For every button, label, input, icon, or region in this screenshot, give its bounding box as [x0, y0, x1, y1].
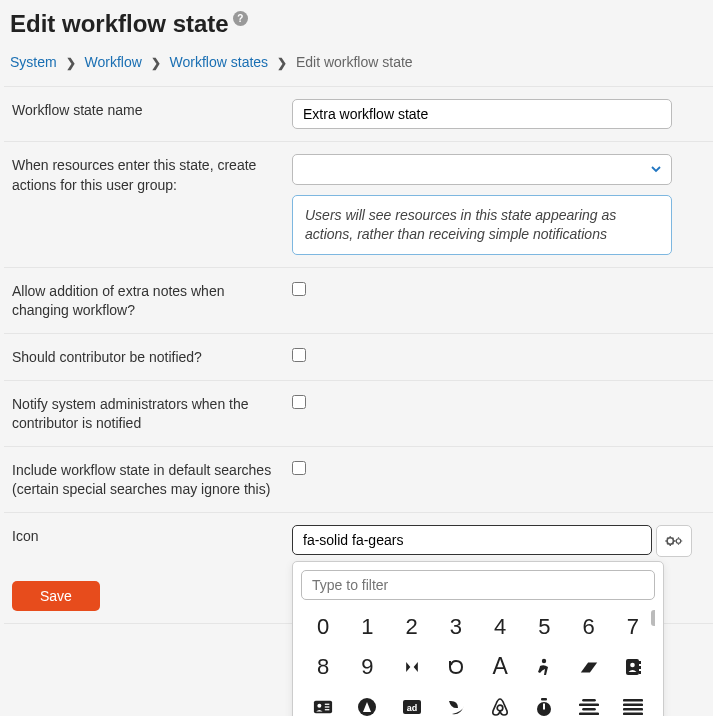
- swoosh-icon: [579, 657, 599, 677]
- breadcrumb-workflow-states[interactable]: Workflow states: [170, 54, 269, 70]
- chevron-right-icon: ❯: [151, 56, 161, 70]
- icon-option-2[interactable]: 2: [390, 608, 434, 646]
- svg-text:ad: ad: [406, 703, 417, 713]
- icon-option-accessible[interactable]: [522, 648, 566, 686]
- icon-option-stopwatch[interactable]: [522, 688, 566, 716]
- user-group-hint: Users will see resources in this state a…: [292, 195, 672, 255]
- group-icon: [402, 657, 422, 677]
- svg-point-0: [667, 538, 673, 544]
- notify-contributor-checkbox[interactable]: [292, 348, 306, 362]
- icon-option-address-card[interactable]: [301, 688, 345, 716]
- icon-option-affiliatetheme[interactable]: [434, 688, 478, 716]
- svg-line-7: [667, 543, 668, 544]
- svg-line-5: [667, 538, 668, 539]
- stopwatch-icon: [534, 697, 554, 716]
- leaf-swoosh-icon: [446, 697, 466, 716]
- gears-icon: [665, 534, 683, 548]
- svg-line-8: [673, 538, 674, 539]
- icon-option-1[interactable]: 1: [345, 608, 389, 646]
- icon-option-6[interactable]: 6: [567, 608, 611, 646]
- breadcrumb-current: Edit workflow state: [296, 54, 413, 70]
- icon-option-7[interactable]: 7: [611, 608, 655, 646]
- icon-picker-popup: 0 1 2 3 4 5 6 7 8 9: [292, 561, 664, 716]
- svg-point-28: [497, 705, 503, 711]
- page-title: Edit workflow state ?: [4, 10, 713, 50]
- label-user-group: When resources enter this state, create …: [12, 154, 292, 255]
- align-center-icon: [579, 697, 599, 716]
- breadcrumb-system[interactable]: System: [10, 54, 57, 70]
- address-book-icon: [623, 657, 643, 677]
- icon-option-500px[interactable]: [434, 648, 478, 686]
- icon-option-adn[interactable]: [345, 688, 389, 716]
- icon-option-align-center[interactable]: [567, 688, 611, 716]
- label-notify-admins: Notify system administrators when the co…: [12, 393, 292, 434]
- svg-point-9: [676, 539, 681, 544]
- icon-option-accusoft[interactable]: [567, 648, 611, 686]
- adn-icon: [357, 697, 377, 716]
- chevron-right-icon: ❯: [66, 56, 76, 70]
- chevron-right-icon: ❯: [277, 56, 287, 70]
- breadcrumb: System ❯ Workflow ❯ Workflow states ❯ Ed…: [4, 50, 713, 86]
- loop-icon: [446, 657, 466, 677]
- svg-rect-29: [541, 698, 547, 701]
- help-icon[interactable]: ?: [233, 11, 248, 26]
- icon-option-address-book[interactable]: [611, 648, 655, 686]
- icon-option-4[interactable]: 4: [478, 608, 522, 646]
- icon-picker-button[interactable]: [656, 525, 692, 557]
- save-button[interactable]: Save: [12, 581, 100, 611]
- wheelchair-motion-icon: [534, 657, 554, 677]
- svg-rect-31: [543, 703, 545, 709]
- label-icon: Icon: [12, 525, 292, 557]
- icon-filter-input[interactable]: [301, 570, 655, 600]
- align-justify-icon: [623, 697, 643, 716]
- airbnb-icon: [490, 697, 510, 716]
- icon-option-align-justify[interactable]: [611, 688, 655, 716]
- notify-admins-checkbox[interactable]: [292, 395, 306, 409]
- allow-notes-checkbox[interactable]: [292, 282, 306, 296]
- icon-option-0[interactable]: 0: [301, 608, 345, 646]
- scrollbar-thumb[interactable]: [651, 610, 655, 626]
- svg-point-16: [630, 663, 635, 668]
- icon-option-airbnb[interactable]: [478, 688, 522, 716]
- label-allow-notes: Allow addition of extra notes when chang…: [12, 280, 292, 321]
- icon-input[interactable]: [292, 525, 652, 555]
- label-notify-contributor: Should contributor be notified?: [12, 346, 292, 368]
- svg-point-21: [317, 704, 321, 708]
- icon-option-font[interactable]: A: [478, 648, 522, 686]
- icon-option-42-group[interactable]: [390, 648, 434, 686]
- include-default-checkbox[interactable]: [292, 461, 306, 475]
- label-workflow-state-name: Workflow state name: [12, 99, 292, 129]
- icon-option-8[interactable]: 8: [301, 648, 345, 686]
- svg-line-6: [673, 543, 674, 544]
- address-card-icon: [313, 697, 333, 716]
- icon-option-9[interactable]: 9: [345, 648, 389, 686]
- user-group-select[interactable]: [292, 154, 672, 185]
- icon-option-ad[interactable]: ad: [390, 688, 434, 716]
- icon-option-3[interactable]: 3: [434, 608, 478, 646]
- label-include-default: Include workflow state in default search…: [12, 459, 292, 500]
- ad-icon: ad: [402, 697, 422, 716]
- icon-option-5[interactable]: 5: [522, 608, 566, 646]
- svg-point-14: [542, 659, 546, 663]
- workflow-state-name-input[interactable]: [292, 99, 672, 129]
- breadcrumb-workflow[interactable]: Workflow: [84, 54, 141, 70]
